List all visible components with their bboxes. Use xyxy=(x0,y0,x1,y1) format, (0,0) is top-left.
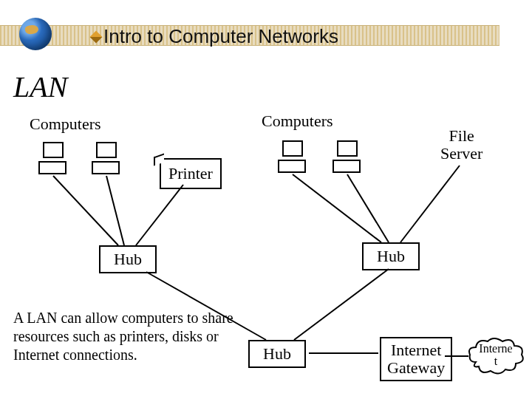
computer-base-icon xyxy=(92,161,120,174)
computer-monitor-icon xyxy=(96,142,117,158)
globe-icon xyxy=(19,18,52,50)
internet-gateway-node: Internet Gateway xyxy=(380,337,452,381)
slide: Intro to Computer Networks LAN Computers… xyxy=(0,0,532,399)
internet-gateway-label: Internet Gateway xyxy=(387,341,445,377)
slide-title: Intro to Computer Networks xyxy=(103,25,338,48)
computer-monitor-icon xyxy=(337,140,358,157)
hub-center-label: Hub xyxy=(263,344,291,363)
svg-line-4 xyxy=(347,174,389,242)
svg-line-1 xyxy=(106,176,124,245)
slide-heading: LAN xyxy=(13,69,67,104)
label-computers-right: Computers xyxy=(262,112,333,130)
label-file-server: File Server xyxy=(440,127,482,163)
printer-node: Printer xyxy=(160,158,222,189)
hub-left-node: Hub xyxy=(99,245,157,273)
svg-line-5 xyxy=(400,166,460,242)
computer-base-icon xyxy=(38,161,66,174)
svg-line-3 xyxy=(293,174,381,242)
svg-line-7 xyxy=(294,269,389,340)
computer-base-icon xyxy=(278,160,306,173)
internet-cloud-node: Interne t xyxy=(467,337,525,375)
hub-left-label: Hub xyxy=(114,250,142,268)
slide-description: A LAN can allow computers to share resou… xyxy=(13,309,235,364)
computer-monitor-icon xyxy=(43,142,64,158)
label-computers-left: Computers xyxy=(30,115,101,133)
header-banner: Intro to Computer Networks xyxy=(0,13,532,55)
svg-line-0 xyxy=(53,176,118,245)
internet-label: Interne t xyxy=(467,343,525,368)
svg-line-2 xyxy=(136,185,183,245)
printer-label: Printer xyxy=(168,164,213,183)
hub-right-node: Hub xyxy=(362,242,420,270)
hub-right-label: Hub xyxy=(377,247,405,265)
computer-base-icon xyxy=(332,160,361,173)
hub-center-node: Hub xyxy=(248,340,306,368)
computer-monitor-icon xyxy=(282,140,303,157)
